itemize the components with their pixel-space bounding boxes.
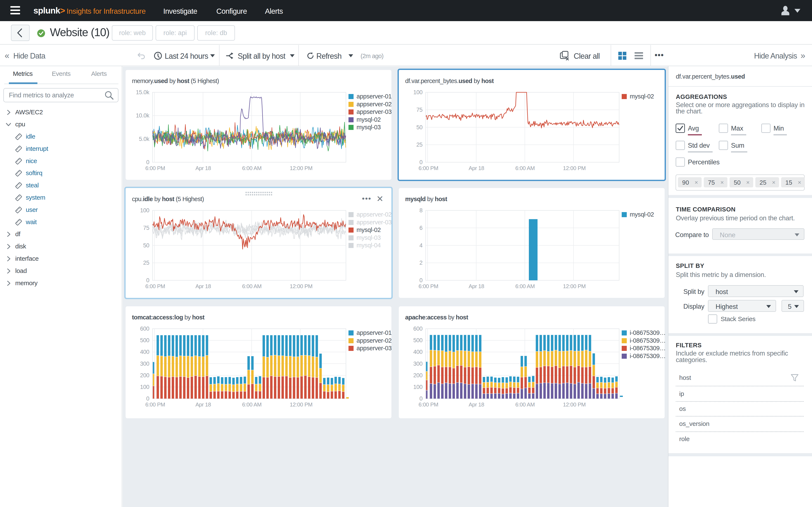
- svg-text:75: 75: [143, 225, 149, 231]
- svg-text:6:00 AM: 6:00 AM: [242, 401, 262, 408]
- svg-text:12:00 PM: 12:00 PM: [290, 283, 312, 289]
- svg-text:100: 100: [413, 384, 422, 390]
- svg-text:Apr 18: Apr 18: [195, 283, 211, 289]
- svg-text:400: 400: [140, 349, 149, 355]
- svg-text:500: 500: [413, 337, 422, 343]
- svg-text:6:00 AM: 6:00 AM: [242, 165, 262, 171]
- svg-text:8: 8: [419, 207, 422, 214]
- svg-text:6:00 PM: 6:00 PM: [418, 401, 438, 408]
- svg-text:75: 75: [416, 107, 422, 113]
- svg-text:0: 0: [146, 277, 149, 283]
- svg-text:6:00 PM: 6:00 PM: [418, 283, 438, 289]
- svg-text:6:00 PM: 6:00 PM: [145, 283, 165, 289]
- svg-text:0: 0: [419, 277, 422, 283]
- svg-text:12:00 PM: 12:00 PM: [563, 165, 586, 171]
- svg-text:12:00 PM: 12:00 PM: [563, 401, 586, 408]
- svg-text:50: 50: [143, 242, 149, 249]
- svg-text:100: 100: [140, 207, 149, 214]
- svg-text:Apr 18: Apr 18: [195, 401, 211, 408]
- svg-text:300: 300: [140, 360, 149, 367]
- svg-text:Apr 18: Apr 18: [469, 283, 484, 289]
- svg-text:25: 25: [416, 142, 422, 148]
- svg-text:600: 600: [140, 326, 149, 332]
- svg-text:400: 400: [413, 349, 422, 355]
- svg-text:6: 6: [419, 225, 422, 231]
- svg-text:0: 0: [419, 159, 422, 165]
- svg-text:6:00 AM: 6:00 AM: [515, 283, 535, 289]
- svg-text:100: 100: [413, 89, 422, 96]
- svg-text:0: 0: [146, 395, 149, 402]
- svg-text:Apr 18: Apr 18: [469, 401, 484, 408]
- svg-text:200: 200: [413, 372, 422, 379]
- svg-text:0: 0: [146, 159, 149, 165]
- svg-text:6:00 PM: 6:00 PM: [145, 401, 165, 408]
- svg-text:0: 0: [419, 395, 422, 402]
- svg-text:4: 4: [419, 242, 422, 249]
- svg-text:50: 50: [416, 124, 422, 130]
- svg-text:6:00 PM: 6:00 PM: [145, 165, 165, 171]
- svg-text:15.0k: 15.0k: [136, 89, 150, 96]
- svg-text:5.0k: 5.0k: [139, 136, 150, 142]
- svg-text:12:00 PM: 12:00 PM: [563, 283, 586, 289]
- svg-text:100: 100: [140, 384, 149, 390]
- svg-text:Apr 18: Apr 18: [469, 165, 484, 171]
- svg-text:12:00 PM: 12:00 PM: [290, 401, 312, 408]
- svg-text:12:00 PM: 12:00 PM: [290, 165, 312, 171]
- svg-text:6:00 AM: 6:00 AM: [515, 401, 535, 408]
- svg-text:25: 25: [143, 260, 149, 266]
- svg-text:2: 2: [419, 260, 422, 266]
- svg-text:Apr 18: Apr 18: [195, 165, 211, 171]
- svg-text:6:00 PM: 6:00 PM: [418, 165, 438, 171]
- svg-text:600: 600: [413, 326, 422, 332]
- svg-text:200: 200: [140, 372, 149, 379]
- svg-text:10.0k: 10.0k: [136, 112, 150, 119]
- svg-text:6:00 AM: 6:00 AM: [515, 165, 535, 171]
- svg-text:300: 300: [413, 360, 422, 367]
- svg-text:6:00 AM: 6:00 AM: [242, 283, 262, 289]
- svg-text:500: 500: [140, 337, 149, 343]
